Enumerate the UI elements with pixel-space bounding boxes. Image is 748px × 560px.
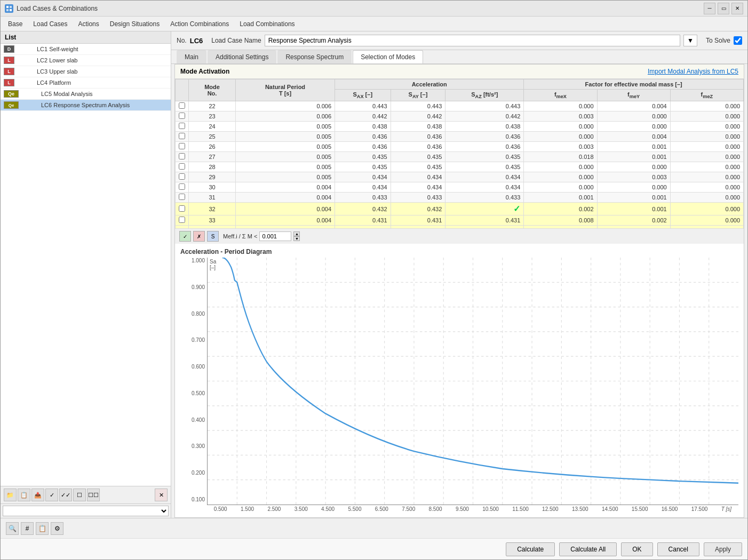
maximize-button[interactable]: ▭ xyxy=(718,3,729,14)
lc-name-dropdown[interactable]: ▼ xyxy=(683,35,697,46)
sax-cell: 0.442 xyxy=(335,111,391,122)
col-fmex: fmeX xyxy=(524,90,597,101)
list-item[interactable]: L LC3 Upper slab xyxy=(1,66,171,77)
window-controls: ─ ▭ ✕ xyxy=(704,3,743,14)
mode-checkbox[interactable] xyxy=(179,163,185,170)
lc-name-input[interactable] xyxy=(265,35,680,46)
auto-select-btn[interactable]: S xyxy=(207,231,219,242)
uncheck-all-btn[interactable]: ✗ xyxy=(193,231,205,242)
mode-checkbox[interactable] xyxy=(179,102,185,109)
say-cell: 0.438 xyxy=(391,122,445,132)
saz-cell: 0.438 xyxy=(445,122,524,132)
say-cell: 0.436 xyxy=(391,142,445,152)
list-item[interactable]: L LC2 Lower slab xyxy=(1,55,171,66)
check2-button[interactable]: ✓✓ xyxy=(59,489,72,501)
close-button[interactable]: ✕ xyxy=(731,3,743,14)
period-cell: 0.004 xyxy=(236,203,335,215)
fmey-cell: 0.000 xyxy=(597,162,670,172)
fmex-cell: 0.001 xyxy=(524,193,597,203)
grid-icon-btn[interactable]: # xyxy=(21,522,34,535)
meff-input[interactable] xyxy=(259,231,291,241)
spin-up[interactable]: ▲ xyxy=(293,231,300,236)
y-tick-label: 0.100 xyxy=(192,497,205,502)
x-tick: 11.500 xyxy=(512,506,529,512)
apply-button[interactable]: Apply xyxy=(704,542,742,556)
bottom-icons: 🔍 # 📋 ⚙ xyxy=(6,522,63,535)
fmex-cell: 0.000 xyxy=(524,101,597,111)
sax-cell: 0.443 xyxy=(335,101,391,111)
export-button[interactable]: 📤 xyxy=(31,489,44,501)
x-tick: 8.500 xyxy=(429,506,442,512)
col-say: SAY [–] xyxy=(391,90,445,101)
period-cell: 0.004 xyxy=(236,182,335,193)
bottom-bar: 🔍 # 📋 ⚙ xyxy=(1,518,747,538)
to-solve-checkbox[interactable] xyxy=(734,36,742,45)
mode-checkbox[interactable] xyxy=(179,217,185,223)
check-button[interactable]: ✓ xyxy=(45,489,58,501)
settings-icon-btn[interactable]: ⚙ xyxy=(51,522,63,535)
meff-spinner[interactable]: ▲ ▼ xyxy=(293,231,300,241)
uncheck-button[interactable]: ☐ xyxy=(73,489,86,501)
mode-no-cell: 27 xyxy=(189,152,236,162)
y-tick-label: 0.600 xyxy=(192,364,205,370)
spin-down[interactable]: ▼ xyxy=(293,236,300,241)
mode-no-cell: 28 xyxy=(189,162,236,172)
mode-checkbox[interactable] xyxy=(179,113,185,119)
calculate-all-button[interactable]: Calculate All xyxy=(559,542,617,556)
meff-label: Meff.i / Σ M < xyxy=(223,233,257,239)
table-icon-btn[interactable]: 📋 xyxy=(36,522,49,535)
mode-checkbox[interactable] xyxy=(179,143,185,149)
chart-area: Acceleration - Period Diagram X Y xyxy=(175,244,744,517)
uncheck2-button[interactable]: ☐☐ xyxy=(87,489,100,501)
sax-cell: 0.435 xyxy=(335,152,391,162)
svg-rect-0 xyxy=(6,6,9,8)
fmez-cell: 0.000 xyxy=(670,203,743,215)
saz-cell: 0.436 xyxy=(445,142,524,152)
menu-base[interactable]: Base xyxy=(3,18,28,30)
tab-selection-of-modes[interactable]: Selection of Modes xyxy=(353,50,423,63)
ok-button[interactable]: OK xyxy=(621,542,652,556)
menu-load-combinations[interactable]: Load Combinations xyxy=(234,18,300,30)
list-item[interactable]: L LC4 Platform xyxy=(1,77,171,89)
check-all-btn[interactable]: ✓ xyxy=(179,231,191,242)
cancel-button[interactable]: Cancel xyxy=(657,542,699,556)
delete-button[interactable]: ✕ xyxy=(155,489,168,501)
minimize-button[interactable]: ─ xyxy=(704,3,715,14)
fmex-cell: 0.000 xyxy=(524,172,597,182)
menu-load-cases[interactable]: Load Cases xyxy=(28,18,73,30)
search-icon-btn[interactable]: 🔍 xyxy=(6,522,19,535)
fmex-cell: 0.000 xyxy=(524,132,597,142)
mode-checkbox[interactable] xyxy=(179,153,185,159)
x-tick: 6.500 xyxy=(375,506,388,512)
menu-action-combinations[interactable]: Action Combinations xyxy=(165,18,234,30)
fmex-cell: 0.003 xyxy=(524,142,597,152)
x-tick: 16.500 xyxy=(662,506,678,512)
copy-button[interactable]: 📋 xyxy=(18,489,30,501)
sax-cell: 0.435 xyxy=(335,162,391,172)
calculate-button[interactable]: Calculate xyxy=(506,542,555,556)
tab-response-spectrum[interactable]: Response Spectrum xyxy=(277,50,352,63)
import-link[interactable]: Import Modal Analysis from LC5 xyxy=(648,68,738,75)
tab-main[interactable]: Main xyxy=(177,50,206,63)
list-item-selected[interactable]: Qe LC6 Response Spectrum Analysis xyxy=(1,100,171,111)
mode-checkbox[interactable] xyxy=(179,183,185,190)
list-item[interactable]: D LC1 Self-weight xyxy=(1,44,171,55)
fmey-cell: 0.003 xyxy=(597,172,670,182)
mode-no-cell: 30 xyxy=(189,182,236,193)
mode-checkbox[interactable] xyxy=(179,173,185,180)
mode-checkbox[interactable] xyxy=(179,123,185,129)
filter-dropdown[interactable]: All (6) xyxy=(3,506,169,516)
menu-actions[interactable]: Actions xyxy=(73,18,104,30)
mode-checkbox[interactable] xyxy=(179,194,185,200)
add-button[interactable]: 📁 xyxy=(4,489,17,501)
tab-additional-settings[interactable]: Additional Settings xyxy=(208,50,276,63)
table-container: ModeNo. Natural PeriodT [s] Acceleration… xyxy=(175,79,744,228)
sax-cell: 0.434 xyxy=(335,172,391,182)
fmez-cell: 0.000 xyxy=(670,132,743,142)
x-axis: 0.500 1.500 2.500 3.500 4.500 5.500 6.50… xyxy=(207,505,738,513)
mode-checkbox[interactable] xyxy=(179,133,185,139)
menu-design-situations[interactable]: Design Situations xyxy=(105,18,165,30)
col-mode-no: ModeNo. xyxy=(189,79,236,101)
list-item[interactable]: Qe LC5 Modal Analysis xyxy=(1,89,171,100)
mode-checkbox[interactable] xyxy=(179,205,185,212)
